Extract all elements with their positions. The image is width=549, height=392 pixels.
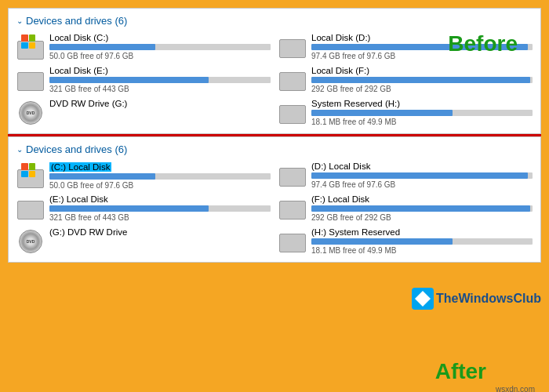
after-drive-f: (F:) Local Disk 292 GB free of 292 GB	[278, 194, 533, 223]
before-drive-g-info: DVD RW Drive (G:)	[49, 99, 271, 110]
after-drive-h-icon	[278, 227, 307, 256]
after-drive-g-info: (G:) DVD RW Drive	[49, 227, 271, 238]
watermark: TheWindowsClub	[412, 288, 541, 310]
after-drive-f-info: (F:) Local Disk 292 GB free of 292 GB	[311, 194, 533, 222]
before-drive-e-bar-bg	[49, 77, 271, 83]
after-drive-f-bar	[311, 205, 530, 212]
after-drive-c-icon	[16, 162, 45, 190]
after-drive-c-bar-bg	[49, 173, 271, 180]
before-drive-c-icon	[16, 33, 45, 61]
before-drive-c-info: Local Disk (C:) 50.0 GB free of 97.6 GB	[49, 33, 271, 60]
after-drive-h-name: (H:) System Reserved	[311, 227, 533, 237]
after-drive-e-info: (E:) Local Disk 321 GB free of 443 GB	[49, 194, 271, 222]
before-drive-c-free: 50.0 GB free of 97.6 GB	[49, 52, 271, 60]
after-drive-c-name: (C:) Local Disk	[49, 162, 111, 172]
after-drive-h-bar	[311, 238, 453, 245]
after-drive-e-bar	[49, 205, 209, 212]
watermark-logo-icon	[412, 288, 434, 310]
after-drive-d: (D:) Local Disk 97.4 GB free of 97.6 GB	[278, 162, 533, 190]
after-drives-grid: (C:) Local Disk 50.0 GB free of 97.6 GB …	[16, 162, 533, 256]
after-drive-g-name: (G:) DVD RW Drive	[49, 227, 271, 237]
before-drive-f-info: Local Disk (F:) 292 GB free of 292 GB	[311, 66, 533, 93]
after-drive-d-icon	[278, 162, 307, 190]
after-drive-d-bar	[311, 172, 528, 179]
before-drive-c-bar-bg	[49, 44, 271, 50]
after-drive-g: (G:) DVD RW Drive	[16, 227, 271, 256]
after-drive-f-bar-bg	[311, 205, 533, 212]
dvd-disc-icon	[19, 101, 42, 125]
before-drive-f: Local Disk (F:) 292 GB free of 292 GB	[278, 66, 533, 94]
before-drive-f-bar	[311, 77, 530, 83]
before-drive-h-icon	[278, 99, 307, 127]
before-drive-f-icon	[278, 66, 307, 94]
watermark-text: TheWindowsClub	[436, 292, 541, 306]
after-drive-e-bar-bg	[49, 205, 271, 212]
before-drive-h-bar	[311, 110, 453, 116]
before-section-header: ⌄ Devices and drives (6)	[16, 15, 533, 27]
after-section-title: Devices and drives (6)	[26, 143, 127, 155]
before-drive-h-name: System Reserved (H:)	[311, 99, 533, 108]
after-drive-h-free: 18.1 MB free of 49.9 MB	[311, 246, 533, 255]
before-drive-e-bar	[49, 77, 209, 83]
after-drive-h-info: (H:) System Reserved 18.1 MB free of 49.…	[311, 227, 533, 255]
after-drive-e-name: (E:) Local Disk	[49, 194, 271, 204]
before-drive-c-bar	[49, 44, 155, 50]
before-drive-e-free: 321 GB free of 443 GB	[49, 85, 271, 93]
before-drive-g-icon	[16, 99, 45, 127]
before-drive-c: Local Disk (C:) 50.0 GB free of 97.6 GB	[16, 33, 271, 61]
after-label: After	[435, 359, 486, 384]
before-drive-h-info: System Reserved (H:) 18.1 MB free of 49.…	[311, 99, 533, 126]
before-drive-f-free: 292 GB free of 292 GB	[311, 85, 533, 93]
after-drive-d-info: (D:) Local Disk 97.4 GB free of 97.6 GB	[311, 162, 533, 189]
after-panel: ⌄ Devices and drives (6)	[8, 136, 541, 263]
after-section-header: ⌄ Devices and drives (6)	[16, 143, 533, 155]
after-drive-g-icon	[16, 227, 45, 256]
after-drive-f-free: 292 GB free of 292 GB	[311, 213, 533, 222]
before-drive-e: Local Disk (E:) 321 GB free of 443 GB	[16, 66, 271, 94]
after-dvd-disc-icon	[19, 230, 42, 253]
after-chevron-icon: ⌄	[16, 145, 23, 154]
after-drive-e-free: 321 GB free of 443 GB	[49, 213, 271, 222]
before-drive-h-free: 18.1 MB free of 49.9 MB	[311, 118, 533, 126]
before-drive-e-info: Local Disk (E:) 321 GB free of 443 GB	[49, 66, 271, 93]
after-drive-d-free: 97.4 GB free of 97.6 GB	[311, 180, 533, 189]
before-drive-g: DVD RW Drive (G:)	[16, 99, 271, 127]
main-container: ⌄ Devices and drives (6)	[0, 8, 549, 392]
after-drive-d-bar-bg	[311, 172, 533, 179]
before-panel: ⌄ Devices and drives (6)	[8, 8, 541, 134]
before-drive-e-name: Local Disk (E:)	[49, 66, 271, 75]
after-drive-e: (E:) Local Disk 321 GB free of 443 GB	[16, 194, 271, 223]
before-label: Before	[448, 31, 518, 56]
before-drive-f-bar-bg	[311, 77, 533, 83]
after-drive-c: (C:) Local Disk 50.0 GB free of 97.6 GB	[16, 162, 271, 190]
after-drive-f-icon	[278, 194, 307, 223]
after-drive-c-info: (C:) Local Disk 50.0 GB free of 97.6 GB	[49, 162, 271, 190]
after-drive-c-bar	[49, 173, 155, 180]
after-drive-d-name: (D:) Local Disk	[311, 162, 533, 171]
after-drive-h-bar-bg	[311, 238, 533, 245]
after-drive-h: (H:) System Reserved 18.1 MB free of 49.…	[278, 227, 533, 256]
before-drive-h: System Reserved (H:) 18.1 MB free of 49.…	[278, 99, 533, 127]
chevron-icon: ⌄	[16, 16, 23, 25]
after-drive-e-icon	[16, 194, 45, 223]
before-drive-h-bar-bg	[311, 110, 533, 116]
after-drive-f-name: (F:) Local Disk	[311, 194, 533, 204]
before-drive-c-name: Local Disk (C:)	[49, 33, 271, 42]
before-section-title: Devices and drives (6)	[26, 15, 127, 27]
watermark-url: wsxdn.com	[496, 385, 535, 392]
before-drive-e-icon	[16, 66, 45, 94]
before-drive-f-name: Local Disk (F:)	[311, 66, 533, 75]
after-drive-c-free: 50.0 GB free of 97.6 GB	[49, 181, 271, 190]
before-drive-d-icon	[278, 33, 307, 61]
before-drive-g-name: DVD RW Drive (G:)	[49, 99, 271, 108]
